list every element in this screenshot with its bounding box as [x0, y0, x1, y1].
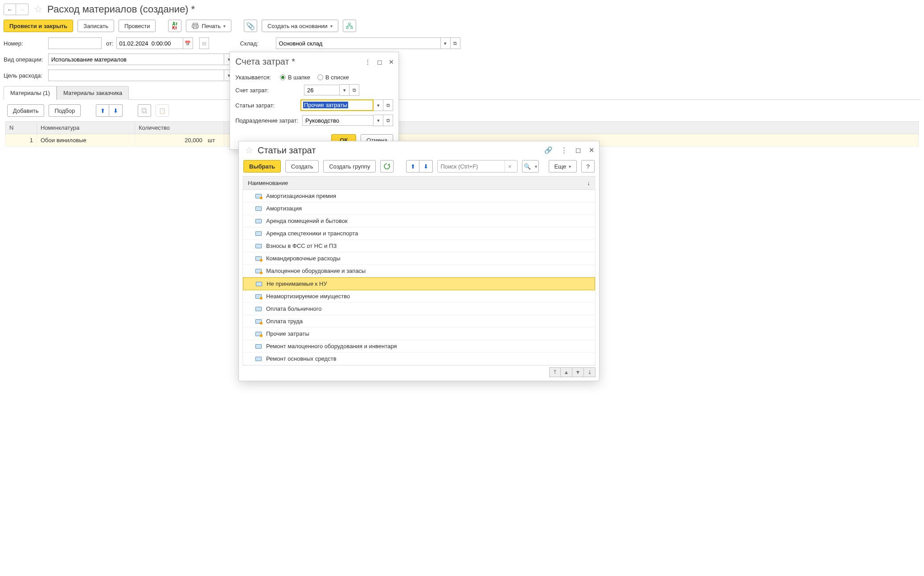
list-item[interactable]: Не принимаемые к НУ — [243, 277, 595, 290]
paste-button[interactable]: 📋 — [156, 104, 169, 117]
search-clear-button[interactable]: × — [505, 160, 514, 172]
col-name-header[interactable]: Наименование — [248, 180, 288, 186]
calendar-icon: 📅 — [185, 41, 191, 46]
calendar-button[interactable]: 📅 — [183, 37, 193, 49]
list-item[interactable]: Прочие затраты — [243, 328, 595, 340]
dialog-maximize-icon[interactable]: ◻ — [377, 58, 382, 66]
search-menu-button[interactable]: 🔍▾ — [522, 160, 539, 173]
dialog2-close-icon[interactable]: ✕ — [589, 146, 595, 154]
debit-credit-icon-button[interactable]: АтКт — [168, 20, 181, 32]
move-down-button[interactable]: ⬇ — [109, 104, 123, 117]
nav-prev-button[interactable]: ▲ — [561, 367, 572, 377]
radio-in-list[interactable]: В списке — [317, 74, 349, 81]
dialog2-menu-icon[interactable]: ⋮ — [561, 146, 567, 154]
cost-items-list: Амортизационная премияАмортизацияАренда … — [242, 190, 595, 366]
svg-rect-3 — [349, 23, 350, 25]
dept-input[interactable] — [302, 115, 374, 126]
select-button[interactable]: Выбрать — [243, 160, 281, 173]
post-button[interactable]: Провести — [119, 20, 156, 32]
list-item[interactable]: Оплата труда — [243, 315, 595, 328]
attachment-button[interactable]: 📎 — [244, 20, 257, 32]
post-and-close-button[interactable]: Провести и закрыть — [4, 20, 73, 32]
warehouse-input[interactable] — [276, 37, 441, 49]
nav-last-button[interactable]: ⤓ — [584, 367, 595, 377]
list-item[interactable]: Амортизация — [243, 202, 595, 215]
nav-first-icon: ⤒ — [553, 369, 557, 375]
account-dropdown-button[interactable]: ▾ — [340, 84, 349, 96]
nav-forward-button[interactable]: → — [16, 4, 29, 15]
dept-open-button[interactable]: ⧉ — [383, 115, 393, 126]
topbar: ← → ☆ Расход материалов (создание) * — [0, 0, 924, 17]
articles-dropdown-button[interactable]: ▾ — [374, 99, 383, 111]
printer-icon — [192, 23, 199, 29]
dialog2-maximize-icon[interactable]: ◻ — [575, 146, 581, 154]
warehouse-dropdown-button[interactable]: ▾ — [441, 37, 451, 49]
list-item[interactable]: Оплата больничного — [243, 303, 595, 315]
item-label: Прочие затраты — [266, 330, 309, 337]
list-item[interactable]: Аренда помещений и бытовок — [243, 215, 595, 227]
print-button[interactable]: Печать▾ — [186, 20, 231, 32]
list-item[interactable]: Неамортизируемое имущество — [243, 290, 595, 303]
favorite-star-icon[interactable]: ☆ — [34, 4, 43, 15]
account-open-button[interactable]: ⧉ — [349, 84, 359, 96]
hierarchy-icon — [346, 23, 353, 29]
create-based-on-button[interactable]: Создать на основании▾ — [262, 20, 338, 32]
add-row-button[interactable]: Добавить — [7, 104, 44, 117]
dialog-menu-icon[interactable]: ⋮ — [365, 58, 371, 66]
dialog2-star-icon[interactable]: ☆ — [245, 145, 253, 156]
dept-dropdown-button[interactable]: ▾ — [374, 115, 383, 126]
spec-label: Указывается: — [235, 74, 276, 81]
nav-next-button[interactable]: ▼ — [572, 367, 584, 377]
save-button[interactable]: Записать — [78, 20, 114, 32]
date-input[interactable] — [116, 37, 183, 49]
tab-customer-materials[interactable]: Материалы заказчика — [57, 86, 129, 100]
articles-open-button[interactable]: ⧉ — [383, 99, 393, 111]
list-item[interactable]: Взносы в ФСС от НС и ПЗ — [243, 240, 595, 252]
nav-back-button[interactable]: ← — [4, 4, 16, 15]
item-label: Аренда помещений и бытовок — [266, 218, 348, 224]
list-item[interactable]: Ремонт основных средств — [243, 353, 595, 365]
item-label: Ремонт малоценного оборудования и инвент… — [266, 343, 397, 350]
list-item[interactable]: Ремонт малоценного оборудования и инвент… — [243, 340, 595, 353]
col-quantity[interactable]: Количество — [135, 122, 224, 134]
help-button[interactable]: ? — [581, 160, 595, 173]
number-input[interactable] — [48, 37, 102, 49]
purpose-input[interactable] — [48, 70, 224, 81]
structure-button[interactable] — [343, 20, 356, 32]
list-item[interactable]: Аренда спецтехники и транспорта — [243, 227, 595, 240]
arrow-up-icon: ⬆ — [100, 107, 105, 114]
nav-first-button[interactable]: ⤒ — [549, 367, 561, 377]
create-button[interactable]: Создать — [285, 160, 319, 173]
link-icon[interactable]: 🔗 — [544, 146, 553, 154]
warehouse-open-button[interactable]: ⧉ — [451, 37, 460, 49]
form-mode-button[interactable]: ▤ — [199, 37, 209, 49]
dialog2-title: Статьи затрат — [258, 145, 316, 156]
col-n[interactable]: N — [6, 122, 37, 134]
articles-input[interactable] — [301, 100, 373, 110]
cost-accounts-dialog: Счета затрат * ⋮ ◻ ✕ Указывается: В шапк… — [230, 52, 399, 150]
refresh-button[interactable] — [380, 160, 394, 173]
radio-in-header[interactable]: В шапке — [280, 74, 310, 81]
list-down-button[interactable]: ⬇ — [419, 160, 433, 173]
list-item[interactable]: Амортизационная премия — [243, 190, 595, 202]
dialog-close-icon[interactable]: ✕ — [389, 58, 394, 66]
list-up-button[interactable]: ⬆ — [406, 160, 419, 173]
op-type-input[interactable] — [48, 53, 224, 65]
list-item[interactable]: Командировочные расходы — [243, 252, 595, 265]
col-nomenclature[interactable]: Номенклатура — [37, 122, 135, 134]
sort-indicator-icon[interactable]: ↓ — [587, 180, 591, 186]
pick-button[interactable]: Подбор — [49, 104, 81, 117]
from-label: от: — [106, 40, 114, 47]
copy-button[interactable]: ⿻ — [138, 104, 151, 117]
list-item[interactable]: Малоценное оборудование и запасы — [243, 265, 595, 277]
item-label: Амортизация — [266, 205, 302, 212]
item-icon — [255, 231, 262, 236]
tabs: Материалы (1) Материалы заказчика — [4, 86, 920, 100]
more-button[interactable]: Еще▾ — [549, 160, 577, 173]
move-up-button[interactable]: ⬆ — [96, 104, 109, 117]
warehouse-label: Склад: — [240, 40, 276, 47]
create-group-button[interactable]: Создать группу — [323, 160, 376, 173]
tab-materials[interactable]: Материалы (1) — [4, 86, 57, 100]
account-input[interactable] — [304, 85, 340, 95]
search-input[interactable] — [438, 161, 505, 172]
